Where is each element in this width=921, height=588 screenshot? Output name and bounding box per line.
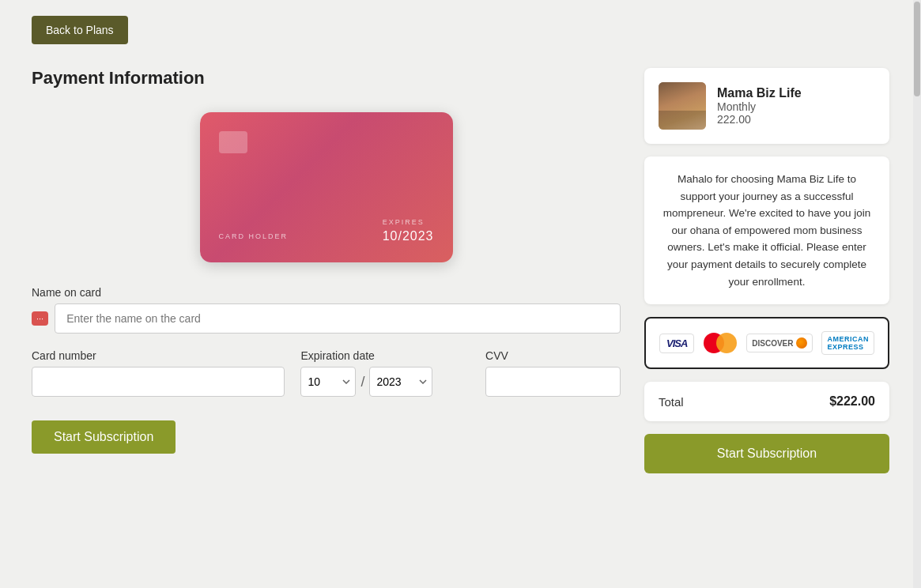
expiry-group: Expiration date 01 02 03 04 05 06 07 08 … xyxy=(300,349,470,397)
cvv-input[interactable] xyxy=(485,367,621,397)
total-amount: $222.00 xyxy=(829,394,875,409)
card-expires-field: EXPIRES 10/2023 xyxy=(383,218,434,243)
start-subscription-button-left[interactable]: Start Subscription xyxy=(32,420,176,454)
card-chip-icon xyxy=(219,131,247,153)
name-on-card-label: Name on card xyxy=(32,286,621,299)
back-to-plans-button[interactable]: Back to Plans xyxy=(32,16,128,44)
plan-thumbnail xyxy=(659,82,706,130)
card-fields: CARD HOLDER EXPIRES 10/2023 xyxy=(219,218,434,243)
card-holder-field: CARD HOLDER xyxy=(219,232,289,243)
plan-name: Mama Biz Life xyxy=(717,86,875,100)
discover-dot xyxy=(796,337,807,349)
expiry-row: 01 02 03 04 05 06 07 08 09 10 11 12 xyxy=(300,367,470,397)
start-subscription-button-right[interactable]: Start Subscription xyxy=(644,434,889,473)
message-text: Mahalo for choosing Mama Biz Life to sup… xyxy=(659,171,875,290)
payment-methods-card: VISA DISCOVER AMERICANEXPRESS xyxy=(644,317,889,369)
main-content: Payment Information CARD HOLDER EXPIRES … xyxy=(32,68,889,473)
scrollbar-thumb[interactable] xyxy=(914,2,920,96)
total-card: Total $222.00 xyxy=(644,382,889,421)
plan-price: 222.00 xyxy=(717,113,875,126)
plan-card: Mama Biz Life Monthly 222.00 xyxy=(644,68,889,144)
right-panel: Mama Biz Life Monthly 222.00 Mahalo for … xyxy=(644,68,889,473)
message-card: Mahalo for choosing Mama Biz Life to sup… xyxy=(644,156,889,304)
card-number-group: Card number xyxy=(32,349,285,397)
expiry-year-select[interactable]: 2021 2022 2023 2024 2025 2026 xyxy=(369,367,432,397)
expires-label: EXPIRES xyxy=(383,218,434,226)
expiry-label: Expiration date xyxy=(300,349,470,362)
discover-icon: DISCOVER xyxy=(746,334,812,352)
cvv-label: CVV xyxy=(485,349,621,362)
scrollbar[interactable] xyxy=(913,0,921,588)
plan-info: Mama Biz Life Monthly 222.00 xyxy=(717,86,875,126)
name-on-card-input[interactable] xyxy=(55,303,621,334)
inline-fields-row: Card number Expiration date 01 02 03 04 … xyxy=(32,349,621,413)
name-on-card-group: Name on card ··· xyxy=(32,286,621,334)
visa-icon: VISA xyxy=(659,334,694,353)
card-visual: CARD HOLDER EXPIRES 10/2023 xyxy=(200,112,453,262)
plan-thumbnail-image xyxy=(659,82,706,130)
mastercard-icon xyxy=(704,332,737,354)
card-holder-label: CARD HOLDER xyxy=(219,232,289,240)
page-title: Payment Information xyxy=(32,68,621,89)
card-number-label: Card number xyxy=(32,349,285,362)
cvv-group: CVV xyxy=(485,349,621,397)
amex-icon: AMERICANEXPRESS xyxy=(821,331,874,355)
left-panel: Payment Information CARD HOLDER EXPIRES … xyxy=(32,68,621,454)
mc-yellow-circle xyxy=(716,333,737,353)
expiry-month-select[interactable]: 01 02 03 04 05 06 07 08 09 10 11 12 xyxy=(300,367,356,397)
card-type-icon: ··· xyxy=(32,311,48,326)
name-field-wrapper: ··· xyxy=(32,303,621,334)
discover-text: DISCOVER xyxy=(752,339,793,348)
total-label: Total xyxy=(659,395,684,409)
card-number-input[interactable] xyxy=(32,367,285,397)
plan-interval: Monthly xyxy=(717,100,875,113)
expires-value: 10/2023 xyxy=(383,229,434,243)
page-wrapper: Back to Plans Payment Information CARD H… xyxy=(0,0,921,588)
slash-divider: / xyxy=(360,374,364,390)
